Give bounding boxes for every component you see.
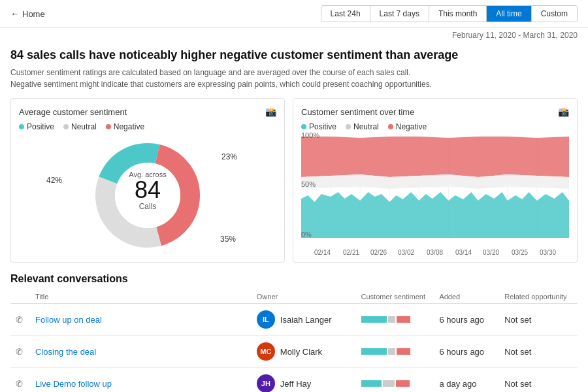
home-link[interactable]: ← Home [10, 8, 45, 19]
row-owner: MC Molly Clark [252, 336, 356, 368]
neutral-dot [63, 124, 69, 129]
donut-legend-neutral: Neutral [63, 122, 97, 131]
table-row: ✆ Closing the deal MC Molly Clark 6 hour… [10, 336, 578, 368]
sentiment-negative-bar [397, 348, 410, 355]
area-chart-share-icon[interactable]: 📸 [558, 106, 569, 117]
donut-number: 84 [129, 178, 166, 202]
svg-marker-19 [301, 192, 569, 238]
filter-last24h[interactable]: Last 24h [321, 6, 370, 22]
top-nav: ← Home Last 24h Last 7 days This month A… [0, 0, 588, 28]
donut-chart-card: Average customer sentiment 📸 Positive Ne… [10, 98, 285, 263]
row-title[interactable]: Closing the deal [30, 336, 252, 368]
x-label-0330: 03/30 [540, 249, 556, 256]
row-title[interactable]: Live Demo follow up [30, 368, 252, 392]
row-phone-icon: ✆ [10, 336, 30, 368]
table-row: ✆ Follow up on deal IL Isaiah Langer 6 h… [10, 304, 578, 336]
row-opportunity: Not set [499, 304, 578, 336]
area-positive-dot [301, 124, 306, 129]
owner-name: Molly Clark [280, 347, 322, 357]
donut-chart-visual: Avg. across 84 Calls 23% 35% 42% [19, 137, 276, 254]
sentiment-positive-bar [361, 348, 387, 355]
x-label-0308: 03/08 [427, 249, 443, 256]
table-row: ✆ Live Demo follow up JH Jeff Hay a day … [10, 368, 578, 392]
row-title[interactable]: Follow up on deal [30, 304, 252, 336]
filter-last7days[interactable]: Last 7 days [370, 6, 429, 22]
home-label: Home [22, 9, 45, 19]
sentiment-positive-bar [361, 316, 387, 323]
positive-dot [19, 124, 24, 129]
donut-center-text: Avg. across 84 Calls [129, 171, 166, 211]
area-legend: Positive Neutral Negative [301, 122, 569, 131]
main-content: 84 sales calls have noticeably higher ne… [0, 42, 588, 392]
negative-dot [106, 124, 111, 129]
owner-name: Isaiah Langer [280, 315, 332, 325]
x-label-0314: 03/14 [455, 249, 472, 256]
svg-marker-16 [301, 137, 569, 177]
row-sentiment [356, 304, 434, 336]
filter-alltime[interactable]: All time [487, 6, 531, 22]
owner-avatar: JH [257, 374, 275, 392]
y-label-0: 0% [301, 231, 312, 238]
sentiment-negative-bar [396, 380, 410, 387]
page-description: Customer sentiment ratings are calculate… [10, 67, 578, 90]
row-phone-icon: ✆ [10, 368, 30, 392]
y-label-50: 50% [301, 180, 316, 188]
owner-avatar: MC [257, 342, 275, 361]
area-svg [301, 137, 569, 238]
donut-label-negative: 42% [46, 176, 62, 185]
sentiment-neutral-bar [383, 380, 395, 387]
donut-calls-label: Calls [129, 202, 166, 211]
col-header-owner: Owner [252, 290, 356, 304]
sentiment-neutral-bar [388, 348, 395, 355]
conversations-section: Relevant conversations Title Owner Custo… [10, 273, 578, 392]
owner-name: Jeff Hay [280, 379, 311, 389]
col-header-title: Title [30, 290, 252, 304]
area-chart-title: Customer sentiment over time [301, 107, 414, 117]
x-label-0221: 02/21 [343, 249, 359, 256]
area-neutral-dot [346, 124, 351, 129]
x-label-0226: 02/26 [370, 249, 387, 256]
donut-chart-header: Average customer sentiment 📸 [19, 106, 276, 117]
x-label-0302: 03/02 [398, 249, 414, 256]
col-header-icon [10, 290, 30, 304]
donut-legend: Positive Neutral Negative [19, 122, 276, 131]
row-owner: JH Jeff Hay [252, 368, 356, 392]
col-header-sentiment: Customer sentiment [356, 290, 434, 304]
filter-thismonth[interactable]: This month [429, 6, 487, 22]
date-range: February 11, 2020 - March 31, 2020 [0, 28, 588, 42]
row-owner: IL Isaiah Langer [252, 304, 356, 336]
area-chart-card: Customer sentiment over time 📸 Positive … [293, 98, 578, 263]
sentiment-positive-bar [361, 380, 382, 387]
charts-row: Average customer sentiment 📸 Positive Ne… [10, 98, 578, 263]
row-opportunity: Not set [499, 336, 578, 368]
table-header-row: Title Owner Customer sentiment Added Rel… [10, 290, 578, 304]
row-sentiment [356, 368, 434, 392]
row-phone-icon: ✆ [10, 304, 30, 336]
svg-marker-17 [301, 174, 569, 189]
donut-label-neutral: 35% [220, 235, 236, 244]
row-added: a day ago [434, 368, 499, 392]
filter-custom[interactable]: Custom [532, 6, 577, 22]
row-sentiment [356, 336, 434, 368]
y-label-100: 100% [301, 131, 319, 139]
x-label-0325: 03/25 [512, 249, 528, 256]
col-header-added: Added [434, 290, 499, 304]
conversations-table: Title Owner Customer sentiment Added Rel… [10, 290, 578, 392]
owner-avatar: IL [257, 310, 275, 329]
x-label-0214: 02/14 [314, 249, 331, 256]
row-added: 6 hours ago [434, 304, 499, 336]
area-chart-visual: 100% 50% 0% 02/14 02/21 02/26 03/02 03/0… [301, 137, 569, 244]
donut-chart-title: Average customer sentiment [19, 107, 127, 117]
x-label-0320: 03/20 [483, 249, 499, 256]
area-chart-header: Customer sentiment over time 📸 [301, 106, 569, 117]
time-filter-group: Last 24h Last 7 days This month All time… [321, 5, 578, 22]
sentiment-neutral-bar [388, 316, 395, 323]
donut-chart-share-icon[interactable]: 📸 [265, 106, 276, 117]
col-header-opportunity: Related opportunity [499, 290, 578, 304]
row-added: 6 hours ago [434, 336, 499, 368]
back-arrow-icon: ← [10, 8, 20, 19]
row-opportunity: Not set [499, 368, 578, 392]
sentiment-negative-bar [397, 316, 410, 323]
donut-label-positive: 23% [221, 152, 237, 161]
donut-legend-negative: Negative [106, 122, 144, 131]
